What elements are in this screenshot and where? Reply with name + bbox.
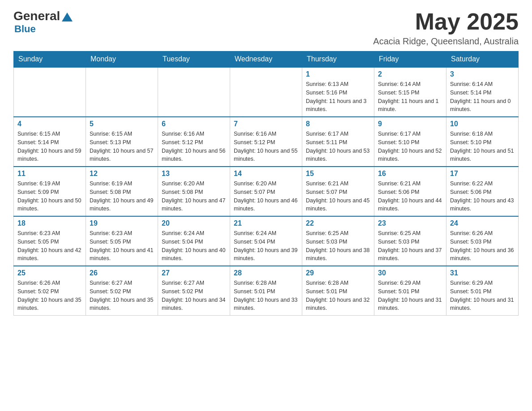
day-number: 23 xyxy=(378,219,442,227)
calendar-day-cell xyxy=(230,67,302,117)
calendar-day-header: Friday xyxy=(374,51,446,68)
location-text: Acacia Ridge, Queensland, Australia xyxy=(373,36,519,47)
logo: General Blue xyxy=(13,9,74,35)
calendar-day-cell: 6Sunrise: 6:16 AM Sunset: 5:12 PM Daylig… xyxy=(158,117,230,167)
day-number: 20 xyxy=(162,219,226,227)
day-number: 2 xyxy=(378,70,442,78)
day-info: Sunrise: 6:28 AM Sunset: 5:01 PM Dayligh… xyxy=(234,279,298,313)
day-number: 15 xyxy=(306,170,370,178)
month-title: May 2025 xyxy=(373,9,519,34)
logo-triangle-icon xyxy=(62,13,73,21)
calendar-day-cell: 3Sunrise: 6:14 AM Sunset: 5:14 PM Daylig… xyxy=(446,67,519,117)
day-info: Sunrise: 6:25 AM Sunset: 5:03 PM Dayligh… xyxy=(378,229,442,263)
day-info: Sunrise: 6:16 AM Sunset: 5:12 PM Dayligh… xyxy=(162,130,226,163)
calendar-day-header: Wednesday xyxy=(230,51,302,68)
day-number: 12 xyxy=(90,170,154,178)
calendar-day-header: Sunday xyxy=(14,51,86,68)
day-info: Sunrise: 6:26 AM Sunset: 5:02 PM Dayligh… xyxy=(17,279,82,313)
day-info: Sunrise: 6:19 AM Sunset: 5:09 PM Dayligh… xyxy=(17,180,82,213)
calendar-day-cell: 23Sunrise: 6:25 AM Sunset: 5:03 PM Dayli… xyxy=(374,216,446,266)
calendar-day-cell: 27Sunrise: 6:27 AM Sunset: 5:02 PM Dayli… xyxy=(158,266,230,316)
page-header: General Blue May 2025 Acacia Ridge, Quee… xyxy=(13,9,519,47)
day-number: 18 xyxy=(17,219,82,227)
day-number: 19 xyxy=(90,219,154,227)
calendar-table: SundayMondayTuesdayWednesdayThursdayFrid… xyxy=(13,51,519,316)
calendar-day-cell: 25Sunrise: 6:26 AM Sunset: 5:02 PM Dayli… xyxy=(14,266,86,316)
calendar-day-cell: 4Sunrise: 6:15 AM Sunset: 5:14 PM Daylig… xyxy=(14,117,86,167)
calendar-day-cell: 29Sunrise: 6:28 AM Sunset: 5:01 PM Dayli… xyxy=(302,266,374,316)
day-number: 7 xyxy=(234,120,298,128)
calendar-day-cell xyxy=(14,67,86,117)
day-number: 5 xyxy=(90,120,154,128)
calendar-day-cell: 7Sunrise: 6:16 AM Sunset: 5:12 PM Daylig… xyxy=(230,117,302,167)
day-info: Sunrise: 6:29 AM Sunset: 5:01 PM Dayligh… xyxy=(378,279,442,313)
day-info: Sunrise: 6:15 AM Sunset: 5:14 PM Dayligh… xyxy=(17,130,82,163)
calendar-day-cell: 15Sunrise: 6:21 AM Sunset: 5:07 PM Dayli… xyxy=(302,167,374,216)
day-info: Sunrise: 6:23 AM Sunset: 5:05 PM Dayligh… xyxy=(90,229,154,263)
day-info: Sunrise: 6:23 AM Sunset: 5:05 PM Dayligh… xyxy=(17,229,82,263)
calendar-day-cell: 11Sunrise: 6:19 AM Sunset: 5:09 PM Dayli… xyxy=(14,167,86,216)
calendar-day-cell: 8Sunrise: 6:17 AM Sunset: 5:11 PM Daylig… xyxy=(302,117,374,167)
day-info: Sunrise: 6:21 AM Sunset: 5:07 PM Dayligh… xyxy=(306,180,370,213)
day-info: Sunrise: 6:14 AM Sunset: 5:15 PM Dayligh… xyxy=(378,80,442,114)
day-number: 28 xyxy=(234,269,298,277)
day-info: Sunrise: 6:27 AM Sunset: 5:02 PM Dayligh… xyxy=(90,279,154,313)
calendar-day-cell: 26Sunrise: 6:27 AM Sunset: 5:02 PM Dayli… xyxy=(86,266,158,316)
day-number: 26 xyxy=(90,269,154,277)
calendar-day-cell: 31Sunrise: 6:29 AM Sunset: 5:01 PM Dayli… xyxy=(446,266,519,316)
calendar-day-cell: 13Sunrise: 6:20 AM Sunset: 5:08 PM Dayli… xyxy=(158,167,230,216)
day-info: Sunrise: 6:25 AM Sunset: 5:03 PM Dayligh… xyxy=(306,229,370,263)
day-number: 17 xyxy=(450,170,515,178)
day-info: Sunrise: 6:19 AM Sunset: 5:08 PM Dayligh… xyxy=(90,180,154,213)
day-number: 3 xyxy=(450,70,515,78)
calendar-day-cell: 22Sunrise: 6:25 AM Sunset: 5:03 PM Dayli… xyxy=(302,216,374,266)
day-info: Sunrise: 6:24 AM Sunset: 5:04 PM Dayligh… xyxy=(162,229,226,263)
calendar-week-row: 25Sunrise: 6:26 AM Sunset: 5:02 PM Dayli… xyxy=(14,266,519,316)
calendar-day-cell: 1Sunrise: 6:13 AM Sunset: 5:16 PM Daylig… xyxy=(302,67,374,117)
logo-general-text: General xyxy=(13,9,60,23)
calendar-day-cell: 12Sunrise: 6:19 AM Sunset: 5:08 PM Dayli… xyxy=(86,167,158,216)
day-number: 10 xyxy=(450,120,515,128)
day-info: Sunrise: 6:28 AM Sunset: 5:01 PM Dayligh… xyxy=(306,279,370,313)
day-number: 11 xyxy=(17,170,82,178)
calendar-day-cell: 5Sunrise: 6:15 AM Sunset: 5:13 PM Daylig… xyxy=(86,117,158,167)
calendar-day-cell: 2Sunrise: 6:14 AM Sunset: 5:15 PM Daylig… xyxy=(374,67,446,117)
day-number: 1 xyxy=(306,70,370,78)
calendar-day-header: Saturday xyxy=(446,51,519,68)
day-number: 16 xyxy=(378,170,442,178)
calendar-day-cell: 9Sunrise: 6:17 AM Sunset: 5:10 PM Daylig… xyxy=(374,117,446,167)
day-number: 6 xyxy=(162,120,226,128)
day-info: Sunrise: 6:20 AM Sunset: 5:07 PM Dayligh… xyxy=(234,180,298,213)
day-info: Sunrise: 6:14 AM Sunset: 5:14 PM Dayligh… xyxy=(450,80,515,114)
day-number: 29 xyxy=(306,269,370,277)
calendar-day-cell xyxy=(158,67,230,117)
day-info: Sunrise: 6:17 AM Sunset: 5:11 PM Dayligh… xyxy=(306,130,370,163)
day-info: Sunrise: 6:13 AM Sunset: 5:16 PM Dayligh… xyxy=(306,80,370,114)
calendar-week-row: 18Sunrise: 6:23 AM Sunset: 5:05 PM Dayli… xyxy=(14,216,519,266)
day-info: Sunrise: 6:20 AM Sunset: 5:08 PM Dayligh… xyxy=(162,180,226,213)
day-info: Sunrise: 6:22 AM Sunset: 5:06 PM Dayligh… xyxy=(450,180,515,213)
day-number: 4 xyxy=(17,120,82,128)
calendar-day-cell: 20Sunrise: 6:24 AM Sunset: 5:04 PM Dayli… xyxy=(158,216,230,266)
day-info: Sunrise: 6:15 AM Sunset: 5:13 PM Dayligh… xyxy=(90,130,154,163)
calendar-day-cell: 17Sunrise: 6:22 AM Sunset: 5:06 PM Dayli… xyxy=(446,167,519,216)
day-number: 13 xyxy=(162,170,226,178)
day-info: Sunrise: 6:16 AM Sunset: 5:12 PM Dayligh… xyxy=(234,130,298,163)
day-info: Sunrise: 6:21 AM Sunset: 5:06 PM Dayligh… xyxy=(378,180,442,213)
day-info: Sunrise: 6:26 AM Sunset: 5:03 PM Dayligh… xyxy=(450,229,515,263)
day-info: Sunrise: 6:17 AM Sunset: 5:10 PM Dayligh… xyxy=(378,130,442,163)
calendar-day-header: Thursday xyxy=(302,51,374,68)
calendar-week-row: 4Sunrise: 6:15 AM Sunset: 5:14 PM Daylig… xyxy=(14,117,519,167)
day-number: 8 xyxy=(306,120,370,128)
day-number: 9 xyxy=(378,120,442,128)
day-number: 25 xyxy=(17,269,82,277)
day-number: 22 xyxy=(306,219,370,227)
calendar-day-cell: 24Sunrise: 6:26 AM Sunset: 5:03 PM Dayli… xyxy=(446,216,519,266)
day-number: 30 xyxy=(378,269,442,277)
day-info: Sunrise: 6:29 AM Sunset: 5:01 PM Dayligh… xyxy=(450,279,515,313)
calendar-day-cell: 18Sunrise: 6:23 AM Sunset: 5:05 PM Dayli… xyxy=(14,216,86,266)
day-number: 24 xyxy=(450,219,515,227)
day-info: Sunrise: 6:18 AM Sunset: 5:10 PM Dayligh… xyxy=(450,130,515,163)
day-info: Sunrise: 6:27 AM Sunset: 5:02 PM Dayligh… xyxy=(162,279,226,313)
calendar-day-cell: 16Sunrise: 6:21 AM Sunset: 5:06 PM Dayli… xyxy=(374,167,446,216)
